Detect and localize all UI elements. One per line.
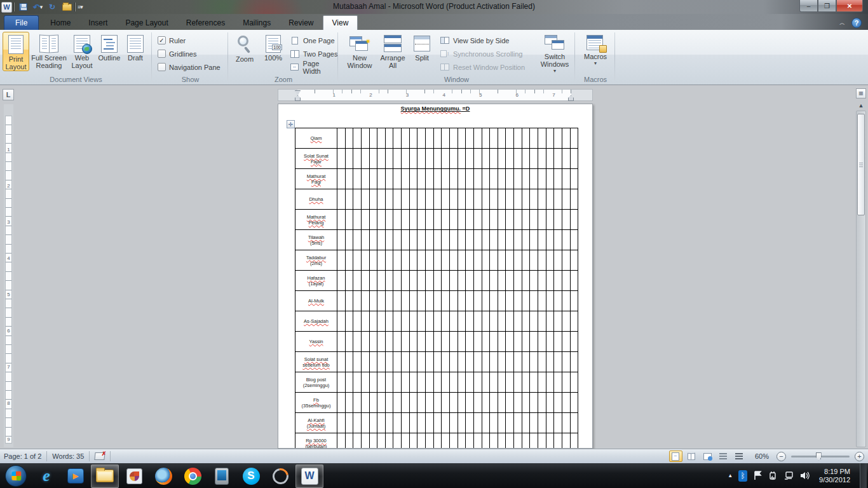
day-cell[interactable] bbox=[538, 149, 546, 168]
day-cell[interactable] bbox=[506, 189, 514, 209]
day-cell[interactable] bbox=[442, 128, 450, 148]
day-cell[interactable] bbox=[466, 332, 474, 351]
day-cell[interactable] bbox=[386, 393, 394, 412]
day-cell[interactable] bbox=[442, 352, 450, 372]
day-cell[interactable] bbox=[482, 413, 491, 433]
zoom-slider[interactable] bbox=[791, 456, 850, 458]
day-cell[interactable] bbox=[362, 149, 370, 168]
tab-view[interactable]: View bbox=[323, 15, 358, 30]
full-screen-reading-button[interactable]: Full Screen Reading bbox=[31, 32, 67, 70]
day-cell[interactable] bbox=[562, 393, 571, 412]
day-cell[interactable] bbox=[417, 189, 426, 209]
day-cell[interactable] bbox=[466, 291, 474, 311]
table-move-handle[interactable]: ✛ bbox=[287, 120, 295, 128]
day-cell[interactable] bbox=[490, 169, 498, 189]
day-cell[interactable] bbox=[337, 291, 346, 311]
day-cell[interactable] bbox=[506, 311, 514, 331]
day-cell[interactable] bbox=[434, 169, 442, 189]
day-cell[interactable] bbox=[466, 413, 474, 433]
volume-icon[interactable] bbox=[799, 471, 810, 480]
two-pages-button[interactable]: Two Pages bbox=[290, 47, 338, 60]
day-cell[interactable] bbox=[458, 352, 466, 372]
scrollbar-track[interactable] bbox=[856, 111, 866, 447]
day-cell[interactable] bbox=[546, 169, 555, 189]
row-label[interactable]: Fb(35seminggu) bbox=[295, 393, 337, 412]
day-cell[interactable] bbox=[571, 149, 579, 168]
day-cell[interactable] bbox=[426, 393, 434, 412]
checkbox-icon[interactable]: ✓ bbox=[158, 36, 166, 44]
day-cell[interactable] bbox=[426, 271, 434, 290]
day-cell[interactable] bbox=[546, 128, 555, 148]
day-cell[interactable] bbox=[402, 393, 410, 412]
day-cell[interactable] bbox=[490, 291, 498, 311]
day-cell[interactable] bbox=[506, 210, 514, 229]
day-cell[interactable] bbox=[482, 393, 491, 412]
day-cell[interactable] bbox=[554, 291, 562, 311]
day-cell[interactable] bbox=[450, 271, 458, 290]
day-cell[interactable] bbox=[362, 352, 370, 372]
day-cell[interactable] bbox=[434, 311, 442, 331]
day-cell[interactable] bbox=[538, 169, 546, 189]
day-cell[interactable] bbox=[522, 311, 531, 331]
day-cell[interactable] bbox=[434, 271, 442, 290]
day-cell[interactable] bbox=[346, 128, 354, 148]
document-page[interactable]: Syurga Menunggumu. =D ✛ QiamSolat SunatF… bbox=[278, 104, 593, 449]
day-cell[interactable] bbox=[538, 291, 546, 311]
day-cell[interactable] bbox=[402, 413, 410, 433]
day-cell[interactable] bbox=[386, 210, 394, 229]
day-cell[interactable] bbox=[353, 393, 362, 412]
day-cell[interactable] bbox=[393, 271, 402, 290]
day-cell[interactable] bbox=[474, 149, 482, 168]
day-cell[interactable] bbox=[442, 149, 450, 168]
day-cell[interactable] bbox=[571, 372, 579, 392]
clock[interactable]: 8:19 PM 9/30/2012 bbox=[815, 468, 854, 484]
day-cell[interactable] bbox=[562, 332, 571, 351]
day-cell[interactable] bbox=[498, 393, 506, 412]
day-cell[interactable] bbox=[346, 169, 354, 189]
day-cell[interactable] bbox=[554, 271, 562, 290]
day-cell[interactable] bbox=[346, 311, 354, 331]
proofing-errors-icon[interactable] bbox=[95, 452, 105, 460]
day-cell[interactable] bbox=[386, 128, 394, 148]
day-cell[interactable] bbox=[522, 189, 531, 209]
day-cell[interactable] bbox=[426, 413, 434, 433]
day-cell[interactable] bbox=[514, 149, 522, 168]
day-cell[interactable] bbox=[490, 413, 498, 433]
day-cell[interactable] bbox=[466, 311, 474, 331]
day-cell[interactable] bbox=[482, 352, 491, 372]
day-cell[interactable] bbox=[562, 372, 571, 392]
day-cell[interactable] bbox=[410, 149, 418, 168]
day-cell[interactable] bbox=[546, 271, 555, 290]
day-cell[interactable] bbox=[498, 230, 506, 250]
zoom-button[interactable]: Zoom bbox=[231, 32, 258, 64]
day-cell[interactable] bbox=[538, 372, 546, 392]
day-cell[interactable] bbox=[434, 352, 442, 372]
day-cell[interactable] bbox=[362, 291, 370, 311]
day-cell[interactable] bbox=[362, 169, 370, 189]
day-cell[interactable] bbox=[386, 189, 394, 209]
day-cell[interactable] bbox=[506, 128, 514, 148]
tab-file[interactable]: File bbox=[4, 15, 39, 30]
day-cell[interactable] bbox=[482, 311, 491, 331]
day-cell[interactable] bbox=[393, 210, 402, 229]
day-cell[interactable] bbox=[417, 413, 426, 433]
day-cell[interactable] bbox=[514, 128, 522, 148]
day-cell[interactable] bbox=[442, 210, 450, 229]
day-cell[interactable] bbox=[346, 372, 354, 392]
day-cell[interactable] bbox=[498, 291, 506, 311]
day-cell[interactable] bbox=[337, 433, 346, 449]
day-cell[interactable] bbox=[346, 210, 354, 229]
day-cell[interactable] bbox=[514, 271, 522, 290]
day-cell[interactable] bbox=[522, 210, 531, 229]
day-cell[interactable] bbox=[522, 230, 531, 250]
day-cell[interactable] bbox=[522, 413, 531, 433]
day-cell[interactable] bbox=[410, 210, 418, 229]
close-button[interactable]: ✕ bbox=[836, 0, 863, 12]
day-cell[interactable] bbox=[506, 291, 514, 311]
day-cell[interactable] bbox=[370, 372, 378, 392]
day-cell[interactable] bbox=[490, 230, 498, 250]
day-cell[interactable] bbox=[402, 250, 410, 270]
day-cell[interactable] bbox=[490, 372, 498, 392]
day-cell[interactable] bbox=[490, 311, 498, 331]
day-cell[interactable] bbox=[377, 352, 386, 372]
